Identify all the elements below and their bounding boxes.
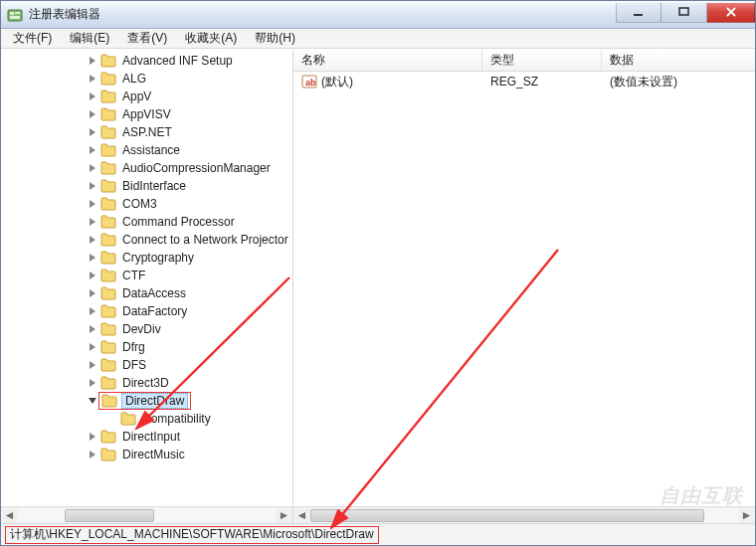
expander-closed-icon[interactable] — [87, 126, 98, 138]
tree-label: Compatibility — [140, 412, 213, 426]
expander-closed-icon[interactable] — [87, 108, 98, 120]
scroll-left-icon[interactable]: ◄ — [1, 508, 18, 523]
app-icon — [7, 7, 23, 23]
menubar: 文件(F) 编辑(E) 查看(V) 收藏夹(A) 帮助(H) — [1, 29, 755, 49]
tree-item[interactable]: Direct3D — [3, 374, 292, 392]
statusbar: 计算机\HKEY_LOCAL_MACHINE\SOFTWARE\Microsof… — [1, 523, 755, 545]
tree-label: DirectDraw — [121, 393, 188, 409]
tree-label: AppVISV — [120, 107, 173, 121]
scroll-right-icon[interactable]: ► — [738, 508, 755, 523]
menu-favorites[interactable]: 收藏夹(A) — [177, 28, 245, 49]
list-scroll-track[interactable] — [310, 508, 738, 523]
expander-closed-icon[interactable] — [87, 341, 98, 353]
menu-help[interactable]: 帮助(H) — [247, 28, 303, 49]
list-row[interactable]: ab (默认) REG_SZ (数值未设置) — [293, 72, 755, 91]
tree-item[interactable]: AppV — [3, 88, 292, 105]
expander-closed-icon[interactable] — [87, 180, 98, 192]
maximize-button[interactable] — [662, 3, 707, 23]
scroll-left-icon[interactable]: ◄ — [293, 508, 310, 523]
scroll-right-icon[interactable]: ► — [276, 508, 292, 523]
expander-closed-icon[interactable] — [87, 55, 98, 67]
tree-item[interactable]: Dfrg — [3, 338, 292, 356]
expander-closed-icon[interactable] — [87, 216, 98, 228]
list-h-scrollbar[interactable]: ◄ ► — [293, 506, 755, 523]
expander-open-icon[interactable] — [87, 395, 98, 407]
tree-item[interactable]: BidInterface — [3, 177, 292, 195]
tree-item[interactable]: DevDiv — [3, 320, 292, 338]
titlebar[interactable]: 注册表编辑器 — [1, 1, 755, 29]
expander-closed-icon[interactable] — [87, 252, 98, 264]
tree-item[interactable]: DirectInput — [3, 428, 292, 446]
expander-closed-icon[interactable] — [87, 449, 98, 460]
value-type: REG_SZ — [490, 75, 538, 89]
expander-closed-icon[interactable] — [87, 144, 98, 156]
tree-item[interactable]: DirectMusic — [3, 446, 292, 463]
folder-icon — [100, 340, 116, 354]
menu-edit[interactable]: 编辑(E) — [62, 28, 117, 49]
tree-item[interactable]: DataAccess — [3, 284, 292, 302]
col-type[interactable]: 类型 — [482, 50, 602, 71]
tree-item[interactable]: Compatibility — [3, 410, 292, 428]
col-name[interactable]: 名称 — [293, 50, 482, 71]
tree-item[interactable]: AppVISV — [3, 105, 292, 123]
expander-closed-icon[interactable] — [87, 162, 98, 174]
folder-icon — [100, 54, 116, 68]
status-path-box: 计算机\HKEY_LOCAL_MACHINE\SOFTWARE\Microsof… — [5, 526, 379, 544]
expander-closed-icon[interactable] — [87, 91, 98, 102]
tree-item[interactable]: DFS — [3, 356, 292, 374]
tree-pane: Advanced INF SetupALGAppVAppVISVASP.NETA… — [1, 50, 293, 523]
expander-closed-icon[interactable] — [87, 73, 98, 85]
tree-item[interactable]: ASP.NET — [3, 123, 292, 141]
tree-item[interactable]: DataFactory — [3, 302, 292, 320]
tree-item[interactable]: Assistance — [3, 141, 292, 159]
close-button[interactable] — [707, 3, 755, 23]
expander-closed-icon[interactable] — [87, 431, 98, 443]
expander-closed-icon[interactable] — [87, 323, 98, 335]
window-controls — [616, 3, 755, 23]
tree-item[interactable]: Command Processor — [3, 213, 292, 231]
value-name: (默认) — [321, 74, 353, 91]
svg-text:ab: ab — [305, 78, 316, 88]
body-split: Advanced INF SetupALGAppVAppVISVASP.NETA… — [1, 49, 755, 523]
folder-icon — [100, 430, 116, 444]
expander-closed-icon[interactable] — [87, 287, 98, 299]
expander-closed-icon[interactable] — [87, 359, 98, 371]
tree-item[interactable]: COM3 — [3, 195, 292, 213]
expander-closed-icon[interactable] — [87, 270, 98, 281]
folder-icon — [100, 197, 116, 211]
registry-editor-window: 注册表编辑器 文件(F) 编辑(E) 查看(V) 收藏夹(A) 帮助(H) Ad… — [0, 0, 756, 546]
tree-item[interactable]: CTF — [3, 267, 292, 284]
tree-label: DirectMusic — [120, 448, 187, 461]
tree-scroll-thumb[interactable] — [65, 509, 155, 522]
menu-file[interactable]: 文件(F) — [5, 28, 60, 49]
tree-h-scrollbar[interactable]: ◄ ► — [1, 506, 292, 523]
highlight-box: DirectDraw — [98, 392, 191, 410]
tree-item[interactable]: ALG — [3, 70, 292, 88]
expander-closed-icon[interactable] — [87, 305, 98, 317]
col-data[interactable]: 数据 — [602, 50, 755, 71]
expander-closed-icon[interactable] — [87, 234, 98, 246]
expander-closed-icon[interactable] — [87, 377, 98, 389]
tree-item[interactable]: Connect to a Network Projector — [3, 231, 292, 249]
tree-label: AppV — [120, 90, 153, 103]
svg-rect-1 — [10, 12, 14, 15]
status-path: 计算机\HKEY_LOCAL_MACHINE\SOFTWARE\Microsof… — [10, 526, 374, 543]
folder-icon — [100, 269, 116, 282]
list-body[interactable]: ab (默认) REG_SZ (数值未设置) — [293, 72, 755, 506]
minimize-button[interactable] — [616, 3, 662, 23]
svg-rect-5 — [679, 8, 688, 15]
tree-item[interactable]: DirectDraw — [3, 392, 292, 410]
tree-item[interactable]: Cryptography — [3, 249, 292, 267]
tree-item[interactable]: Advanced INF Setup — [3, 52, 292, 70]
cell-type: REG_SZ — [482, 75, 602, 89]
registry-tree[interactable]: Advanced INF SetupALGAppVAppVISVASP.NETA… — [1, 52, 292, 506]
tree-label: DataAccess — [120, 286, 188, 300]
tree-item[interactable]: AudioCompressionManager — [3, 159, 292, 177]
menu-view[interactable]: 查看(V) — [119, 28, 175, 49]
folder-icon — [100, 179, 116, 193]
list-scroll-thumb[interactable] — [310, 509, 704, 522]
folder-icon — [120, 412, 136, 426]
tree-scroll-track[interactable] — [18, 508, 276, 523]
expander-closed-icon[interactable] — [87, 198, 98, 210]
svg-rect-0 — [8, 10, 22, 21]
